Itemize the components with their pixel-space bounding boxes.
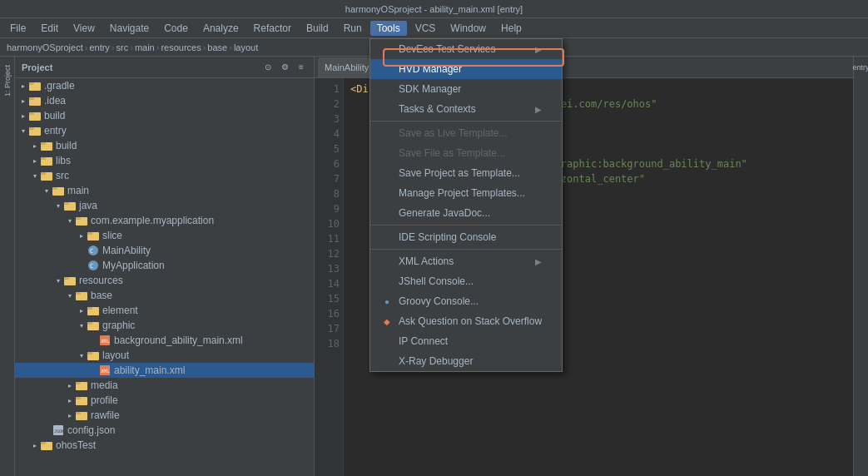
menu-navigate[interactable]: Navigate: [103, 21, 156, 36]
panel-title: Project: [22, 62, 257, 72]
breadcrumb-item[interactable]: main: [135, 42, 155, 52]
line-number-10: 10: [321, 216, 340, 231]
tree-item-resources[interactable]: ▾resources: [15, 273, 314, 288]
tree-item-build-entry[interactable]: ▸build: [15, 138, 314, 153]
tree-icon-base: [75, 289, 88, 302]
tab-label: MainAbility: [325, 62, 369, 72]
menu-ide-scripting[interactable]: IDE Scripting Console: [370, 227, 562, 247]
menu-manage-templates[interactable]: Manage Project Templates...: [370, 183, 562, 203]
svg-rect-49: [41, 442, 46, 444]
menu-jshell[interactable]: JShell Console...: [370, 271, 562, 291]
svg-rect-11: [41, 157, 46, 160]
breadcrumb-item[interactable]: base: [207, 42, 227, 52]
tools-dropdown-menu: DevEco Test Services ▶ HVD Manager SDK M…: [370, 38, 563, 372]
breadcrumb-item[interactable]: layout: [234, 42, 258, 52]
tree-arrow-base: ▾: [65, 290, 75, 300]
right-sidebar: entry: [853, 57, 868, 476]
menu-view[interactable]: View: [67, 21, 102, 36]
tree-item-graphic[interactable]: ▾graphic: [15, 318, 314, 333]
arrow-icon: ▶: [535, 45, 542, 54]
menu-help[interactable]: Help: [494, 21, 528, 36]
breadcrumb-item[interactable]: harmonyOSproject: [7, 42, 83, 52]
panel-icon-gear[interactable]: ≡: [295, 62, 307, 73]
tree-label-com: com.example.myapplication: [91, 215, 214, 226]
tree-label-layout: layout: [102, 350, 129, 361]
tree-item-element[interactable]: ▸element: [15, 303, 314, 318]
menu-run[interactable]: Run: [337, 21, 369, 36]
tree-icon-main: [52, 184, 65, 197]
menu-hvd-manager[interactable]: HVD Manager: [370, 59, 562, 79]
tree-item-ohostest[interactable]: ▸ohosTest: [15, 438, 314, 453]
tree-icon-mainability: C: [87, 244, 100, 257]
tree-icon-resources: [63, 274, 77, 287]
tree-label-java: java: [79, 200, 97, 211]
tree-label-resources: resources: [79, 275, 123, 286]
menu-vcs[interactable]: VCS: [409, 21, 443, 36]
menu-sdk-manager[interactable]: SDK Manager: [370, 79, 562, 99]
svg-rect-29: [76, 292, 81, 295]
menu-refactor[interactable]: Refactor: [247, 21, 298, 36]
menu-code[interactable]: Code: [157, 21, 195, 36]
entry-label[interactable]: entry: [853, 63, 869, 72]
tree-item-com[interactable]: ▾com.example.myapplication: [15, 213, 314, 228]
panel-icon-settings[interactable]: ⚙: [279, 62, 290, 73]
tree-item-src[interactable]: ▾src: [15, 168, 314, 183]
tree-item-main[interactable]: ▾main: [15, 183, 314, 198]
tab-mainability[interactable]: MainAbility: [318, 57, 375, 77]
tree-arrow-myapp: [77, 260, 87, 270]
tree-item-build-root[interactable]: ▸build: [15, 108, 314, 123]
svg-rect-1: [29, 82, 34, 85]
menu-deveco-test[interactable]: DevEco Test Services ▶: [370, 39, 562, 59]
breadcrumb-item[interactable]: src: [117, 42, 129, 52]
menu-ip-connect[interactable]: IP Connect: [370, 331, 562, 351]
menu-edit[interactable]: Edit: [34, 21, 65, 36]
tree-icon-rawfile: [75, 409, 88, 422]
panel-icon-locate[interactable]: ⊙: [262, 62, 274, 73]
tree-item-idea[interactable]: ▸.idea: [15, 93, 314, 108]
menu-xml-actions[interactable]: XML Actions ▶: [370, 251, 562, 271]
tree-item-profile[interactable]: ▸profile: [15, 393, 314, 408]
tree-item-myapp[interactable]: CMyApplication: [15, 258, 314, 273]
tree-item-layout[interactable]: ▾layout: [15, 348, 314, 363]
tree-item-ability-main[interactable]: XMLability_main.xml: [15, 363, 314, 378]
tree-item-entry[interactable]: ▾entry: [15, 123, 314, 138]
line-number-14: 14: [321, 276, 340, 291]
menu-stackoverflow[interactable]: ◆ Ask Question on Stack Overflow: [370, 311, 562, 331]
tree-item-gradle[interactable]: ▸.gradle: [15, 78, 314, 93]
breadcrumb-item[interactable]: resources: [161, 42, 201, 52]
svg-rect-7: [29, 127, 34, 130]
menu-file[interactable]: File: [3, 21, 32, 36]
menu-save-project[interactable]: Save Project as Template...: [370, 163, 562, 183]
tree-item-slice[interactable]: ▸slice: [15, 228, 314, 243]
tree-label-base: base: [91, 290, 112, 301]
menu-window[interactable]: Window: [444, 21, 493, 36]
line-number-8: 8: [321, 186, 340, 201]
tree-icon-layout: [87, 349, 100, 362]
menu-save-live[interactable]: Save as Live Template...: [370, 123, 562, 143]
menu-generate-javadoc[interactable]: Generate JavaDoc...: [370, 203, 562, 223]
tree-arrow-bg-ability: [88, 335, 98, 345]
menu-tools[interactable]: Tools: [370, 21, 407, 36]
tree-label-main: main: [67, 185, 89, 196]
tree-item-mainability[interactable]: CMainAbility: [15, 243, 314, 258]
tree-item-base[interactable]: ▾base: [15, 288, 314, 303]
breadcrumb-item[interactable]: entry: [89, 42, 109, 52]
tree-arrow-java: ▾: [53, 201, 63, 211]
left-tab-project[interactable]: 1: Project: [2, 60, 13, 102]
menu-xray-debugger[interactable]: X-Ray Debugger: [370, 351, 562, 371]
project-panel: Project ⊙ ⚙ ≡ ▸.gradle▸.idea▸build▾entry…: [15, 57, 315, 476]
menu-analyze[interactable]: Analyze: [196, 21, 246, 36]
menu-tasks-contexts[interactable]: Tasks & Contexts ▶: [370, 99, 562, 119]
tree-item-rawfile[interactable]: ▸rawfile: [15, 408, 314, 423]
tree-item-libs[interactable]: ▸libs: [15, 153, 314, 168]
tree-item-java[interactable]: ▾java: [15, 198, 314, 213]
tree-arrow-layout: ▾: [77, 350, 87, 360]
menu-save-file[interactable]: Save File as Template...: [370, 143, 562, 163]
tree-item-config[interactable]: JSONconfig.json: [15, 423, 314, 438]
menu-groovy[interactable]: ● Groovy Console...: [370, 291, 562, 311]
menu-build[interactable]: Build: [300, 21, 335, 36]
menu-bar: File Edit View Navigate Code Analyze Ref…: [0, 18, 868, 38]
tree-item-media[interactable]: ▸media: [15, 378, 314, 393]
tree-arrow-rawfile: ▸: [65, 410, 75, 420]
tree-item-bg-ability[interactable]: XMLbackground_ability_main.xml: [15, 333, 314, 348]
